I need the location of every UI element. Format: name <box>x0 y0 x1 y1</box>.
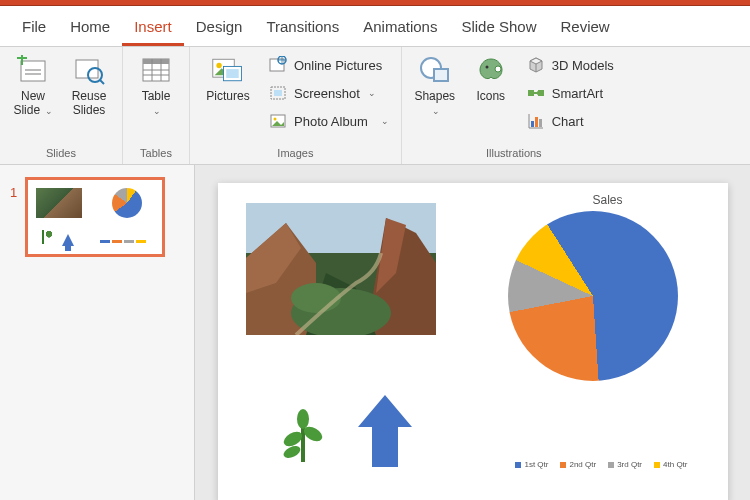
svg-line-7 <box>100 80 104 84</box>
pictures-icon <box>211 53 245 87</box>
thumbnail-pane: 1 <box>0 165 195 500</box>
svg-rect-35 <box>539 119 542 127</box>
table-button[interactable]: Table⌄ <box>131 51 181 120</box>
group-tables: Table⌄ Tables <box>123 47 190 164</box>
svg-rect-1 <box>25 69 41 71</box>
group-images: Pictures Online Pictures Screenshot ⌄ <box>190 47 402 164</box>
new-slide-label: New Slide ⌄ <box>10 90 56 118</box>
legend-item: 3rd Qtr <box>608 460 642 469</box>
legend-swatch <box>515 462 521 468</box>
smartart-icon <box>526 83 546 103</box>
online-pictures-label: Online Pictures <box>294 58 382 73</box>
slide-canvas[interactable]: Sales 1st Qtr2nd Qtr3rd Qtr4th Qtr <box>218 183 728 500</box>
chart-title[interactable]: Sales <box>592 193 622 207</box>
pie-chart[interactable] <box>508 211 678 381</box>
legend-swatch <box>608 462 614 468</box>
legend-label: 4th Qtr <box>663 460 687 469</box>
svg-rect-34 <box>535 117 538 127</box>
svg-point-23 <box>274 118 277 121</box>
icons-label: Icons <box>476 90 505 104</box>
group-images-label: Images <box>277 145 313 162</box>
reuse-slides-button[interactable]: Reuse Slides <box>64 51 114 120</box>
svg-point-49 <box>281 444 302 461</box>
legend-label: 1st Qtr <box>524 460 548 469</box>
tab-home[interactable]: Home <box>58 12 122 46</box>
3d-models-icon <box>526 55 546 75</box>
new-slide-button[interactable]: New Slide ⌄ <box>8 51 58 120</box>
tab-animations[interactable]: Animations <box>351 12 449 46</box>
arrow-shape[interactable] <box>358 395 413 473</box>
thumb-pie <box>112 188 142 218</box>
legend-swatch <box>654 462 660 468</box>
chart-button[interactable]: Chart <box>522 109 618 133</box>
online-pictures-button[interactable]: Online Pictures <box>264 53 393 77</box>
icons-button[interactable]: Icons <box>466 51 516 106</box>
3d-models-button[interactable]: 3D Models <box>522 53 618 77</box>
svg-marker-50 <box>358 395 412 467</box>
ribbon-tabs: File Home Insert Design Transitions Anim… <box>0 6 750 47</box>
slide-thumbnail-1[interactable] <box>25 177 165 257</box>
table-icon <box>139 53 173 87</box>
svg-point-44 <box>291 283 341 313</box>
reuse-slides-label: Reuse Slides <box>66 90 112 118</box>
svg-rect-21 <box>274 90 282 96</box>
chart-label: Chart <box>552 114 584 129</box>
smartart-label: SmartArt <box>552 86 603 101</box>
svg-rect-33 <box>531 121 534 127</box>
thumb-arrow-icon <box>62 234 74 246</box>
tab-slideshow[interactable]: Slide Show <box>449 12 548 46</box>
screenshot-label: Screenshot <box>294 86 360 101</box>
legend-label: 2nd Qtr <box>569 460 596 469</box>
svg-point-48 <box>297 409 309 429</box>
chevron-down-icon: ⌄ <box>368 88 376 98</box>
slide-edit-area[interactable]: Sales 1st Qtr2nd Qtr3rd Qtr4th Qtr <box>195 165 750 500</box>
tab-insert[interactable]: Insert <box>122 12 184 46</box>
group-slides-label: Slides <box>46 145 76 162</box>
smartart-button[interactable]: SmartArt <box>522 81 618 105</box>
legend-item: 4th Qtr <box>654 460 687 469</box>
inserted-photo[interactable] <box>246 203 436 335</box>
workspace: 1 <box>0 165 750 500</box>
group-tables-label: Tables <box>140 145 172 162</box>
online-pictures-icon <box>268 55 288 75</box>
chevron-down-icon: ⌄ <box>376 116 389 126</box>
photo-album-label: Photo Album <box>294 114 368 129</box>
pictures-button[interactable]: Pictures <box>198 51 258 106</box>
svg-rect-17 <box>226 69 239 78</box>
shapes-icon <box>418 53 452 87</box>
reuse-slides-icon <box>72 53 106 87</box>
tab-design[interactable]: Design <box>184 12 255 46</box>
legend-item: 2nd Qtr <box>560 460 596 469</box>
icons-icon <box>474 53 508 87</box>
pictures-label: Pictures <box>206 90 249 104</box>
slide-number: 1 <box>10 177 17 200</box>
ribbon: New Slide ⌄ Reuse Slides Slides <box>0 47 750 165</box>
tab-review[interactable]: Review <box>548 12 621 46</box>
svg-rect-9 <box>143 59 169 64</box>
screenshot-icon <box>268 83 288 103</box>
group-slides: New Slide ⌄ Reuse Slides Slides <box>0 47 123 164</box>
photo-album-button[interactable]: Photo Album ⌄ <box>264 109 393 133</box>
thumb-photo <box>36 188 82 218</box>
shapes-label: Shapes⌄ <box>414 90 455 118</box>
group-illustrations-label: Illustrations <box>486 145 542 162</box>
svg-rect-2 <box>25 73 41 75</box>
chevron-down-icon: ⌄ <box>42 106 53 116</box>
svg-point-26 <box>485 66 488 69</box>
svg-rect-25 <box>434 69 448 81</box>
thumb-legend <box>100 240 156 246</box>
legend-item: 1st Qtr <box>515 460 548 469</box>
legend-swatch <box>560 462 566 468</box>
chevron-down-icon: ⌄ <box>153 106 161 116</box>
plant-icon[interactable] <box>278 404 328 467</box>
screenshot-button[interactable]: Screenshot ⌄ <box>264 81 393 105</box>
new-slide-icon <box>16 53 50 87</box>
svg-rect-4 <box>21 55 23 65</box>
tab-file[interactable]: File <box>10 12 58 46</box>
shapes-button[interactable]: Shapes⌄ <box>410 51 460 120</box>
svg-rect-28 <box>528 90 534 96</box>
thumb-plant-icon <box>42 230 54 244</box>
svg-point-27 <box>495 66 501 72</box>
chart-legend[interactable]: 1st Qtr2nd Qtr3rd Qtr4th Qtr <box>515 460 687 469</box>
tab-transitions[interactable]: Transitions <box>254 12 351 46</box>
